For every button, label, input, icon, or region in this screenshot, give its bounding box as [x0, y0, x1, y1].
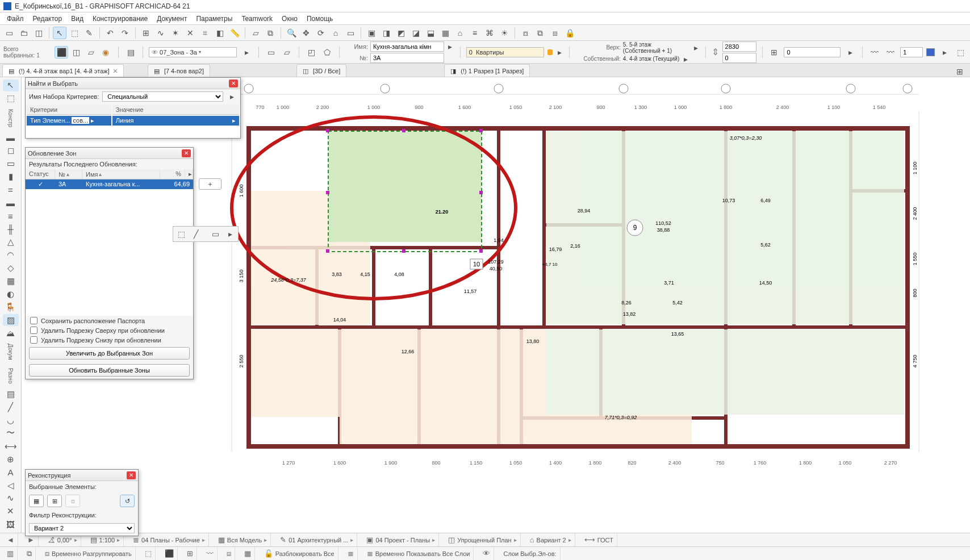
- menu-document[interactable]: Документ: [152, 14, 191, 24]
- door-tool-icon[interactable]: ◻: [3, 145, 19, 157]
- zone-color-swatch[interactable]: [547, 49, 553, 55]
- tab-plan-var2[interactable]: ▤ [7 4-пов вар2]: [148, 64, 210, 77]
- render-icon[interactable]: ☀: [497, 27, 511, 39]
- category-more-icon[interactable]: ▸: [556, 46, 563, 58]
- dim-tool-icon[interactable]: ⟷: [3, 440, 19, 452]
- window-tool-icon[interactable]: ▭: [3, 158, 19, 170]
- roof-icon[interactable]: ⌂: [453, 27, 467, 39]
- open-icon[interactable]: 🗀: [17, 27, 31, 39]
- panel-tool-line-icon[interactable]: ╱: [189, 228, 203, 240]
- mode5-icon[interactable]: ⧇: [227, 549, 231, 558]
- spline-tool-icon[interactable]: ∿: [3, 492, 19, 504]
- worksheet-icon[interactable]: ⬓: [424, 27, 437, 39]
- zone-list-body[interactable]: ✓ 3А Кухня-загальна к... 64,69: [26, 179, 193, 316]
- pen-color-swatch[interactable]: [926, 48, 935, 56]
- menu-editor[interactable]: Редактор: [28, 14, 67, 24]
- show3d-icon[interactable]: ▣: [365, 27, 378, 39]
- measure-icon[interactable]: ▱: [249, 27, 262, 39]
- snap-half-icon[interactable]: ◧: [213, 27, 227, 39]
- ref-poly-icon[interactable]: ⬠: [321, 46, 333, 58]
- arc-tool-icon[interactable]: ◡: [3, 414, 19, 426]
- zone-row[interactable]: ✓ 3А Кухня-загальна к... 64,69: [26, 179, 193, 189]
- arrow-tool-icon[interactable]: ↖: [3, 80, 19, 91]
- menu-view[interactable]: Вид: [66, 14, 88, 24]
- elevation-icon[interactable]: ◩: [394, 27, 408, 39]
- construct-method1-icon[interactable]: ▭: [265, 46, 277, 58]
- suspend-groups-button[interactable]: ⧈ Временно Разгруппировать: [41, 547, 136, 560]
- material-icon[interactable]: ⬚: [954, 46, 967, 58]
- recon-reset-icon[interactable]: ↺: [120, 495, 135, 507]
- mode6-icon[interactable]: ▦: [244, 549, 251, 558]
- lock-icon[interactable]: 🔒: [563, 27, 576, 39]
- height-base-input[interactable]: [722, 53, 756, 63]
- figure-tool-icon[interactable]: 🖼: [3, 519, 19, 530]
- geometry-method-icon[interactable]: ⬛: [55, 46, 68, 58]
- skylight-tool-icon[interactable]: ◇: [3, 262, 19, 274]
- layer-more-icon[interactable]: ▸: [240, 46, 253, 58]
- attrib-icon[interactable]: ⌘: [483, 27, 496, 39]
- zone-name-input[interactable]: [370, 41, 444, 52]
- menu-teamwork[interactable]: Teamwork: [237, 14, 277, 24]
- script-icon[interactable]: ≡: [468, 27, 482, 39]
- shell-tool-icon[interactable]: ◠: [3, 249, 19, 261]
- suspend-icon[interactable]: ⧇: [548, 27, 562, 39]
- partial-display-icon[interactable]: ◫: [448, 536, 455, 544]
- plane-icon[interactable]: ▭: [344, 27, 357, 39]
- save-stamp-pos-check[interactable]: Сохранить расположение Паспорта: [26, 316, 193, 325]
- zone-category-dropdown[interactable]: 0 Квартиры: [466, 47, 544, 57]
- slab-tool-icon[interactable]: ▬: [3, 197, 19, 209]
- pen-weight-input[interactable]: [900, 47, 923, 57]
- model-filter-icon[interactable]: ▦: [218, 536, 225, 544]
- click-icon[interactable]: ✎: [82, 27, 96, 39]
- ungroup-icon[interactable]: ⧉: [533, 27, 547, 39]
- marquee-tool-icon[interactable]: ⬚: [3, 93, 19, 105]
- menu-options[interactable]: Параметры: [191, 14, 237, 24]
- unlock-all-button[interactable]: 🔓 Разблокировать Все: [261, 547, 338, 560]
- eyedrop-icon[interactable]: 👁: [483, 549, 490, 558]
- pen-icon[interactable]: 〰: [868, 46, 881, 58]
- mode4-icon[interactable]: 〰: [206, 549, 214, 558]
- wall-tool-icon[interactable]: ▬: [3, 132, 19, 144]
- object-tool-icon[interactable]: 🪑: [3, 301, 19, 313]
- own-more-icon[interactable]: ▸: [681, 55, 689, 63]
- marquee-icon[interactable]: ⬚: [68, 27, 81, 39]
- nav-back[interactable]: ◄: [3, 533, 18, 546]
- snap-cross-icon[interactable]: ✕: [183, 27, 197, 39]
- recon-existing-icon[interactable]: ▦: [29, 495, 44, 507]
- criteria-row[interactable]: Тип Элемен... сов... ▸ Линия▸: [27, 116, 239, 126]
- layers-of-selection[interactable]: Слои Выбр.Эл-ов:: [500, 547, 560, 560]
- tab-section[interactable]: ◨ (!) 1 Разрез [1 Разрез]: [444, 64, 530, 77]
- layer-combo-icon[interactable]: ≣: [133, 536, 139, 544]
- stair-tool-icon[interactable]: ≡: [3, 210, 19, 222]
- polyline-tool-icon[interactable]: 〜: [3, 427, 19, 439]
- mesh-tool-icon[interactable]: ⛰: [3, 327, 19, 339]
- railing-tool-icon[interactable]: ╫: [3, 223, 19, 235]
- pen-set-icon[interactable]: ✎: [280, 536, 286, 544]
- roof-tool-icon[interactable]: △: [3, 236, 19, 248]
- snap-guide-icon[interactable]: ∿: [154, 27, 168, 39]
- ruler-icon[interactable]: 📏: [228, 27, 241, 39]
- text-tool-icon[interactable]: A: [3, 466, 19, 478]
- height-top-input[interactable]: [722, 41, 756, 52]
- dim-standard-icon[interactable]: ⟷: [584, 536, 595, 544]
- tab-overflow-icon[interactable]: ⊞: [953, 65, 967, 78]
- remove-bottom-crop-check[interactable]: Удалить Подрезку Снизу при обновлении: [26, 335, 193, 345]
- trace-icon[interactable]: ⧉: [264, 27, 277, 39]
- schedule-icon[interactable]: ▦: [438, 27, 452, 39]
- panel-tool-select-icon[interactable]: ⬚: [174, 228, 188, 240]
- fill-tool-icon[interactable]: ▤: [3, 388, 19, 400]
- dim-more-icon[interactable]: ▸: [844, 46, 856, 58]
- pen-more-icon[interactable]: ▸: [938, 46, 951, 58]
- arrow-tool-icon[interactable]: ↖: [53, 27, 66, 39]
- criteria-set-dropdown[interactable]: Специальный: [102, 91, 223, 102]
- panel-tool-rect-icon[interactable]: ▭: [208, 228, 222, 240]
- geom-opt3-icon[interactable]: ◉: [99, 46, 112, 58]
- tab-3d[interactable]: ◫ [3D / Все]: [296, 64, 346, 77]
- hide-btn-icon[interactable]: ▥: [7, 549, 14, 558]
- line-tool-icon[interactable]: ╱: [3, 401, 19, 413]
- morph-tool-icon[interactable]: ◐: [3, 288, 19, 300]
- geom-opt2-icon[interactable]: ▱: [84, 46, 98, 58]
- mode1-icon[interactable]: ⬚: [145, 549, 152, 558]
- label-tool-icon[interactable]: ◁: [3, 479, 19, 491]
- hotspot-tool-icon[interactable]: ✕: [3, 505, 19, 517]
